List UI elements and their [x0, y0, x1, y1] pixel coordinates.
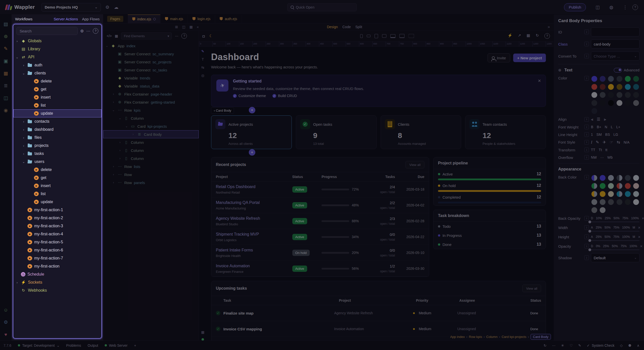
- search-input[interactable]: Search: [16, 27, 78, 35]
- selection-chip[interactable]: ‹ Card Body: [211, 107, 234, 114]
- clear-icon[interactable]: ✕: [640, 244, 643, 248]
- tree-item[interactable]: ⌄ clients: [13, 69, 101, 77]
- pages-button[interactable]: Pages: [107, 16, 123, 22]
- chevron-icon[interactable]: ›: [22, 63, 25, 67]
- tree-item[interactable]: ▶ my-first-action-7: [13, 254, 101, 262]
- tab-app-flows[interactable]: App Flows: [82, 17, 100, 21]
- back-color-swatch[interactable]: [600, 175, 606, 181]
- more-icon[interactable]: ⋯: [552, 343, 555, 347]
- bug-icon[interactable]: ⚉: [628, 343, 631, 347]
- theme-drop-icon[interactable]: ◍: [609, 5, 613, 10]
- align-left-icon[interactable]: ⫷: [591, 117, 593, 122]
- merge-view-icon[interactable]: ▦: [189, 25, 193, 29]
- chevron-icon[interactable]: ›: [15, 39, 19, 43]
- element-tree-item[interactable]: ◆ Variable status_data: [103, 82, 199, 90]
- collapse-left-icon[interactable]: «: [197, 25, 199, 29]
- color-swatch[interactable]: [608, 84, 614, 90]
- line-height-option[interactable]: SM: [596, 133, 602, 137]
- project-row[interactable]: Invoice Automation Evergreen Finance Act…: [211, 261, 429, 277]
- kpi-card[interactable]: Active projects 12 Across all clients: [211, 115, 292, 149]
- rail-icon[interactable]: ▦: [0, 67, 12, 79]
- line-height-option[interactable]: BS: [605, 133, 610, 137]
- tree-item[interactable]: ▶ list: [13, 101, 101, 109]
- color-swatch[interactable]: [633, 100, 639, 106]
- color-swatch[interactable]: [633, 76, 639, 82]
- advanced-toggle[interactable]: [614, 68, 622, 72]
- back-color-swatch[interactable]: [617, 175, 622, 181]
- project-row[interactable]: Agency Website Refresh Bluebird Studio A…: [211, 213, 429, 229]
- more-menu-icon[interactable]: ⋮: [623, 5, 627, 10]
- sparkles-icon[interactable]: ✳: [561, 343, 564, 347]
- rocket-icon[interactable]: ✈: [603, 140, 606, 145]
- back-color-swatch[interactable]: [591, 191, 597, 197]
- refresh-icon[interactable]: ↻: [536, 33, 539, 39]
- editor-tab[interactable]: auth.ejs: [215, 14, 242, 23]
- color-swatch[interactable]: [617, 100, 622, 106]
- element-tree-item[interactable]: › ⊕ Flex Container getting-started: [103, 98, 199, 106]
- tree-item[interactable]: ▶ my-first-action-6: [13, 246, 101, 254]
- overflow-option[interactable]: NW: [591, 155, 597, 159]
- color-swatch[interactable]: [600, 84, 606, 90]
- project-row[interactable]: Patient Intake Forms Brightside Health O…: [211, 245, 429, 261]
- system-check-button[interactable]: ✓System Check: [587, 343, 614, 347]
- tree-item[interactable]: ↻ Webhooks: [13, 286, 101, 294]
- editor-tab[interactable]: index.ejs: [128, 14, 160, 23]
- add-element-button[interactable]: +: [249, 149, 255, 156]
- help-icon[interactable]: ?: [544, 33, 550, 39]
- tree-item[interactable]: ▶ update: [13, 109, 101, 117]
- table-icon[interactable]: ▦: [115, 34, 118, 38]
- code-icon[interactable]: </>: [107, 34, 112, 38]
- rail-icon[interactable]: ◫: [0, 92, 12, 104]
- breadcrumb-item[interactable]: Row kpis: [469, 335, 485, 339]
- letter-spacing-icon[interactable]: ⇆: [617, 140, 620, 145]
- element-tree-item[interactable]: › ⋯ Row: [103, 170, 199, 179]
- breadcrumb-item[interactable]: Column: [486, 335, 500, 339]
- breadcrumb-current[interactable]: Card Body: [531, 334, 551, 340]
- clear-icon[interactable]: ✕: [642, 216, 644, 220]
- highlighter-icon[interactable]: ✎: [596, 140, 599, 145]
- chevron-icon[interactable]: ⌄: [125, 124, 128, 128]
- desktop-icon[interactable]: [399, 34, 404, 38]
- back-color-swatch[interactable]: [608, 191, 614, 197]
- chevron-icon[interactable]: ›: [112, 181, 115, 184]
- mode-toggle[interactable]: Design: [327, 25, 338, 29]
- help-icon[interactable]: ?: [181, 33, 187, 39]
- edit-icon[interactable]: ✎: [201, 49, 204, 53]
- color-swatch[interactable]: [591, 108, 597, 114]
- color-swatch[interactable]: [625, 92, 631, 98]
- line-height-option[interactable]: 1: [591, 133, 593, 137]
- hand-icon[interactable]: ☞: [610, 140, 613, 145]
- element-tree-item[interactable]: ▣ Server Connect sc_projects: [103, 58, 199, 66]
- font-style-na[interactable]: N/A: [624, 140, 629, 144]
- tree-item[interactable]: › projects: [13, 142, 101, 150]
- grid-toggle-icon[interactable]: ▦: [201, 330, 204, 334]
- align-right-icon[interactable]: ⫸: [604, 117, 606, 122]
- element-tree-item[interactable]: ▣ Server Connect sc_tasks: [103, 66, 199, 74]
- overflow-option[interactable]: ···: [600, 155, 604, 159]
- slider[interactable]: [588, 222, 639, 222]
- open-browser-icon[interactable]: ↗: [518, 33, 521, 39]
- collapse-icon[interactable]: ∧: [637, 343, 639, 347]
- columns-view-icon[interactable]: ◫: [182, 25, 185, 29]
- phone-landscape-icon[interactable]: [367, 35, 370, 37]
- gear-icon[interactable]: ⚙: [80, 29, 84, 33]
- element-tree-item[interactable]: ◆ Variable trends: [103, 74, 199, 82]
- more-icon[interactable]: ⋯: [86, 29, 90, 33]
- back-color-swatch[interactable]: [633, 183, 639, 189]
- clear-icon[interactable]: ✕: [638, 235, 641, 239]
- slider[interactable]: [588, 240, 639, 241]
- view-all-button[interactable]: View all: [406, 161, 424, 168]
- back-color-swatch[interactable]: [625, 191, 631, 197]
- element-tree-item[interactable]: › ▯ Column: [103, 146, 199, 154]
- back-color-swatch[interactable]: [633, 175, 639, 181]
- back-color-swatch[interactable]: [633, 191, 639, 197]
- add-panel-button[interactable]: +: [134, 343, 136, 347]
- quick-open-input[interactable]: Quick Open: [287, 3, 357, 11]
- tree-item[interactable]: › files: [13, 134, 101, 142]
- color-swatch[interactable]: [608, 100, 614, 106]
- color-swatch[interactable]: [591, 100, 597, 106]
- back-color-swatch[interactable]: [625, 199, 631, 205]
- back-color-swatch[interactable]: [591, 175, 597, 181]
- chevron-icon[interactable]: ⌄: [118, 116, 122, 120]
- chevron-icon[interactable]: ›: [112, 92, 115, 96]
